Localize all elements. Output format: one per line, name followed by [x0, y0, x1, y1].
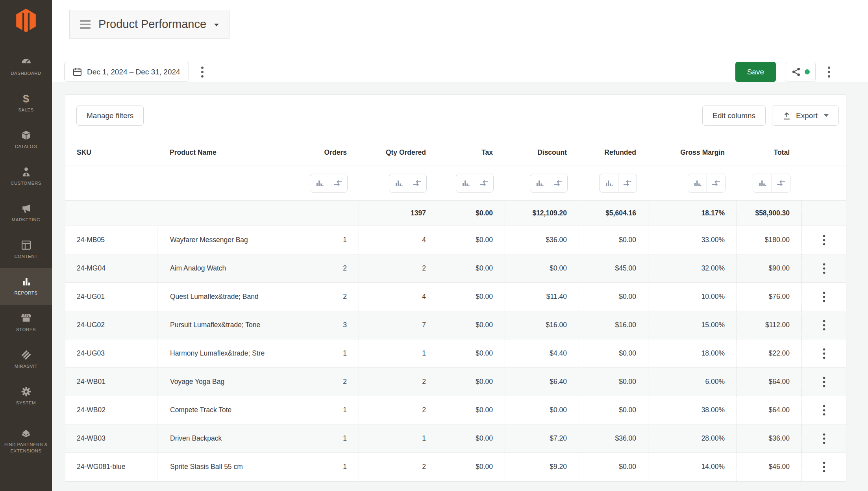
- column-compare-button[interactable]: [772, 174, 790, 192]
- row-actions-button[interactable]: [816, 230, 832, 250]
- share-status-dot: [805, 69, 810, 74]
- column-header-refunded[interactable]: Refunded: [579, 140, 648, 165]
- total-cell: $36.00: [737, 424, 801, 452]
- total-cell: $22.00: [737, 339, 801, 367]
- total-refunded: $5,604.16: [579, 201, 648, 226]
- total-cell: $112.00: [737, 311, 801, 339]
- date-range-label: Dec 1, 2024 – Dec 31, 2024: [87, 68, 180, 76]
- report-table: SKU Product Name Orders Qty Ordered Tax …: [65, 140, 846, 481]
- stores-icon: [21, 313, 31, 324]
- row-actions-button[interactable]: [816, 400, 832, 420]
- column-view-toggle: [456, 174, 494, 193]
- sidebar-item-dashboard[interactable]: DASHBOARD: [0, 48, 52, 85]
- refunded-cell: $0.00: [579, 283, 648, 311]
- row-actions-button[interactable]: [816, 344, 832, 363]
- mirasvit-icon: [21, 350, 31, 360]
- bar-chart-icon: [535, 179, 544, 187]
- sidebar-item-content[interactable]: CONTENT: [0, 232, 52, 268]
- calendar-icon: [73, 67, 82, 76]
- column-compare-button[interactable]: [408, 174, 426, 192]
- sidebar-item-sales[interactable]: $ SALES: [0, 85, 52, 122]
- save-button[interactable]: Save: [735, 62, 776, 82]
- column-chart-button[interactable]: [753, 174, 772, 192]
- tax-cell: $0.00: [438, 396, 505, 424]
- discount-cell: $4.40: [505, 339, 579, 367]
- row-actions-button[interactable]: [816, 372, 832, 392]
- row-actions-button[interactable]: [816, 315, 832, 335]
- sidebar-item-marketing[interactable]: MARKETING: [0, 195, 52, 232]
- table-row: 24-WG081-blue Sprite Stasis Ball 55 cm 1…: [65, 453, 846, 481]
- refunded-cell: $0.00: [579, 453, 648, 481]
- export-button[interactable]: Export: [772, 106, 839, 126]
- date-range-button[interactable]: Dec 1, 2024 – Dec 31, 2024: [64, 62, 189, 82]
- column-chart-button[interactable]: [600, 174, 618, 192]
- column-header-tax[interactable]: Tax: [438, 140, 505, 165]
- sidebar-item-catalog[interactable]: CATALOG: [0, 122, 52, 158]
- compare-arrows-icon: [333, 179, 343, 187]
- discount-cell: $0.00: [505, 254, 579, 282]
- compare-arrows-icon: [711, 179, 721, 187]
- column-chart-button[interactable]: [530, 174, 549, 192]
- gross-margin-cell: 38.00%: [648, 396, 737, 424]
- column-header-product-name[interactable]: Product Name: [157, 140, 290, 165]
- row-actions-button[interactable]: [816, 457, 832, 477]
- column-header-sku[interactable]: SKU: [65, 140, 157, 165]
- report-title-menu[interactable]: Product Performance: [69, 10, 229, 39]
- discount-cell: $7.20: [505, 424, 579, 452]
- magento-logo[interactable]: [0, 0, 52, 41]
- report-card: Manage filters Edit columns Export SKU P…: [65, 94, 846, 482]
- column-chart-button[interactable]: [389, 174, 408, 192]
- gross-margin-cell: 28.00%: [648, 424, 737, 452]
- compare-arrows-icon: [776, 179, 786, 187]
- tax-cell: $0.00: [438, 339, 505, 367]
- share-button[interactable]: [785, 62, 816, 82]
- column-view-toggle: [688, 174, 725, 193]
- row-actions-button[interactable]: [816, 287, 832, 307]
- total-total: $58,900.30: [737, 201, 801, 226]
- admin-sidebar: DASHBOARD $ SALES CATALOG CUSTOMERS: [0, 0, 52, 491]
- column-compare-button[interactable]: [707, 174, 725, 192]
- kebab-icon: [823, 263, 825, 274]
- column-chart-button[interactable]: [688, 174, 707, 192]
- sidebar-item-find-partners[interactable]: FIND PARTNERS & EXTENSIONS: [0, 421, 52, 461]
- row-actions-button[interactable]: [816, 429, 832, 448]
- bar-chart-icon: [758, 179, 767, 187]
- kebab-icon: [823, 461, 825, 472]
- qty-ordered-cell: 4: [359, 283, 438, 311]
- sidebar-item-stores[interactable]: STORES: [0, 305, 52, 341]
- date-options-kebab-button[interactable]: [197, 63, 208, 81]
- table-row: 24-MB05 Wayfarer Messenger Bag 1 4 $0.00…: [65, 226, 846, 254]
- column-chart-button[interactable]: [456, 174, 475, 192]
- edit-columns-button[interactable]: Edit columns: [702, 106, 766, 126]
- column-header-discount[interactable]: Discount: [505, 140, 579, 165]
- sidebar-item-reports[interactable]: REPORTS: [0, 268, 52, 305]
- qty-ordered-cell: 2: [359, 368, 438, 396]
- page-title: Product Performance: [98, 18, 206, 31]
- report-toolbar: Dec 1, 2024 – Dec 31, 2024 Save: [64, 62, 835, 82]
- sidebar-item-system[interactable]: SYSTEM: [0, 378, 52, 415]
- orders-cell: 2: [290, 283, 359, 311]
- product-name-cell: Harmony Lumaflex&trade; Stre: [157, 339, 290, 367]
- column-chart-button[interactable]: [310, 174, 329, 192]
- column-compare-button[interactable]: [475, 174, 493, 192]
- column-compare-button[interactable]: [618, 174, 637, 192]
- column-compare-button[interactable]: [549, 174, 567, 192]
- bar-chart-icon: [394, 179, 403, 187]
- column-header-total[interactable]: Total: [737, 140, 801, 165]
- column-header-gross-margin[interactable]: Gross Margin: [648, 140, 737, 165]
- sales-icon: $: [23, 93, 29, 104]
- qty-ordered-cell: 7: [359, 311, 438, 339]
- manage-filters-button[interactable]: Manage filters: [76, 106, 144, 126]
- refunded-cell: $0.00: [579, 368, 648, 396]
- report-options-kebab-button[interactable]: [824, 63, 835, 81]
- table-header-row: SKU Product Name Orders Qty Ordered Tax …: [65, 140, 846, 165]
- sidebar-item-mirasvit[interactable]: MIRASVIT: [0, 341, 52, 378]
- column-compare-button[interactable]: [329, 174, 347, 192]
- column-header-orders[interactable]: Orders: [290, 140, 359, 165]
- row-actions-button[interactable]: [816, 259, 832, 278]
- refunded-cell: $45.00: [579, 254, 648, 282]
- total-cell: $64.00: [737, 368, 801, 396]
- sku-cell: 24-UG02: [65, 311, 157, 339]
- column-header-qty-ordered[interactable]: Qty Ordered: [359, 140, 438, 165]
- sidebar-item-customers[interactable]: CUSTOMERS: [0, 158, 52, 195]
